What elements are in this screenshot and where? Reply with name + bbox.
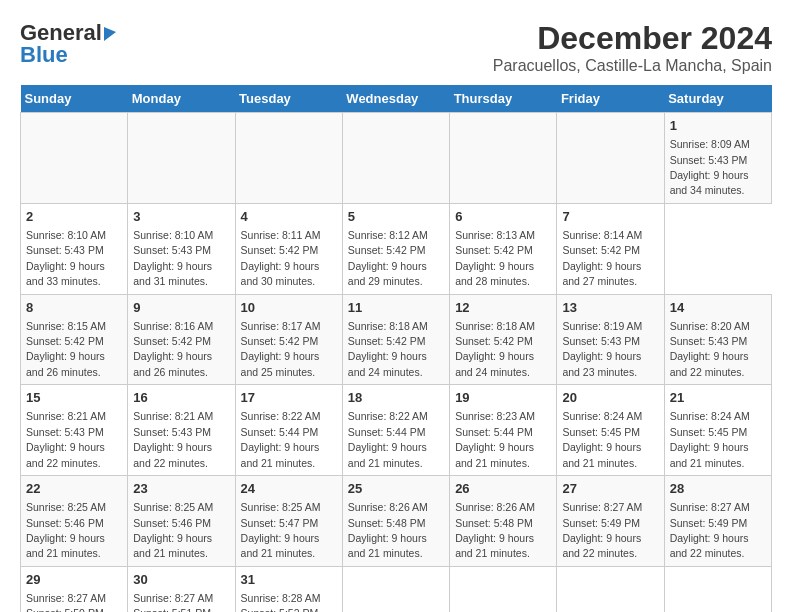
- day-number: 3: [133, 208, 229, 226]
- calendar-day-28: 28Sunrise: 8:27 AMSunset: 5:49 PMDayligh…: [664, 476, 771, 567]
- day-number: 28: [670, 480, 766, 498]
- calendar-day-15: 15Sunrise: 8:21 AMSunset: 5:43 PMDayligh…: [21, 385, 128, 476]
- calendar-header-row: SundayMondayTuesdayWednesdayThursdayFrid…: [21, 85, 772, 113]
- calendar-header-saturday: Saturday: [664, 85, 771, 113]
- day-number: 16: [133, 389, 229, 407]
- calendar-day-23: 23Sunrise: 8:25 AMSunset: 5:46 PMDayligh…: [128, 476, 235, 567]
- day-number: 4: [241, 208, 337, 226]
- day-number: 13: [562, 299, 658, 317]
- calendar-day-2: 2Sunrise: 8:10 AMSunset: 5:43 PMDaylight…: [21, 203, 128, 294]
- calendar-day-24: 24Sunrise: 8:25 AMSunset: 5:47 PMDayligh…: [235, 476, 342, 567]
- calendar-week-6: 29Sunrise: 8:27 AMSunset: 5:50 PMDayligh…: [21, 566, 772, 612]
- day-info: Sunrise: 8:24 AMSunset: 5:45 PMDaylight:…: [670, 410, 750, 468]
- day-info: Sunrise: 8:22 AMSunset: 5:44 PMDaylight:…: [348, 410, 428, 468]
- day-number: 15: [26, 389, 122, 407]
- day-number: 31: [241, 571, 337, 589]
- day-info: Sunrise: 8:25 AMSunset: 5:46 PMDaylight:…: [26, 501, 106, 559]
- day-info: Sunrise: 8:26 AMSunset: 5:48 PMDaylight:…: [455, 501, 535, 559]
- day-info: Sunrise: 8:26 AMSunset: 5:48 PMDaylight:…: [348, 501, 428, 559]
- calendar-day-29: 29Sunrise: 8:27 AMSunset: 5:50 PMDayligh…: [21, 566, 128, 612]
- day-info: Sunrise: 8:18 AMSunset: 5:42 PMDaylight:…: [348, 320, 428, 378]
- day-number: 18: [348, 389, 444, 407]
- day-number: 26: [455, 480, 551, 498]
- calendar-day-21: 21Sunrise: 8:24 AMSunset: 5:45 PMDayligh…: [664, 385, 771, 476]
- day-info: Sunrise: 8:25 AMSunset: 5:47 PMDaylight:…: [241, 501, 321, 559]
- day-info: Sunrise: 8:16 AMSunset: 5:42 PMDaylight:…: [133, 320, 213, 378]
- calendar-day-9: 9Sunrise: 8:16 AMSunset: 5:42 PMDaylight…: [128, 294, 235, 385]
- day-info: Sunrise: 8:27 AMSunset: 5:50 PMDaylight:…: [26, 592, 106, 612]
- day-info: Sunrise: 8:11 AMSunset: 5:42 PMDaylight:…: [241, 229, 321, 287]
- day-number: 9: [133, 299, 229, 317]
- calendar-day-11: 11Sunrise: 8:18 AMSunset: 5:42 PMDayligh…: [342, 294, 449, 385]
- day-number: 12: [455, 299, 551, 317]
- calendar-day-1: 1Sunrise: 8:09 AMSunset: 5:43 PMDaylight…: [664, 113, 771, 204]
- day-number: 7: [562, 208, 658, 226]
- logo-arrow-icon: [104, 25, 116, 41]
- calendar-day-27: 27Sunrise: 8:27 AMSunset: 5:49 PMDayligh…: [557, 476, 664, 567]
- day-info: Sunrise: 8:23 AMSunset: 5:44 PMDaylight:…: [455, 410, 535, 468]
- day-number: 6: [455, 208, 551, 226]
- day-info: Sunrise: 8:09 AMSunset: 5:43 PMDaylight:…: [670, 138, 750, 196]
- day-number: 30: [133, 571, 229, 589]
- day-info: Sunrise: 8:25 AMSunset: 5:46 PMDaylight:…: [133, 501, 213, 559]
- day-number: 2: [26, 208, 122, 226]
- title-section: December 2024 Paracuellos, Castille-La M…: [493, 20, 772, 75]
- month-title: December 2024: [493, 20, 772, 57]
- page-header: General Blue December 2024 Paracuellos, …: [20, 20, 772, 75]
- empty-cell: [342, 566, 449, 612]
- calendar-day-18: 18Sunrise: 8:22 AMSunset: 5:44 PMDayligh…: [342, 385, 449, 476]
- calendar-day-16: 16Sunrise: 8:21 AMSunset: 5:43 PMDayligh…: [128, 385, 235, 476]
- calendar-header-tuesday: Tuesday: [235, 85, 342, 113]
- day-number: 20: [562, 389, 658, 407]
- day-number: 29: [26, 571, 122, 589]
- day-number: 27: [562, 480, 658, 498]
- calendar-day-10: 10Sunrise: 8:17 AMSunset: 5:42 PMDayligh…: [235, 294, 342, 385]
- day-info: Sunrise: 8:18 AMSunset: 5:42 PMDaylight:…: [455, 320, 535, 378]
- calendar-week-3: 8Sunrise: 8:15 AMSunset: 5:42 PMDaylight…: [21, 294, 772, 385]
- day-info: Sunrise: 8:27 AMSunset: 5:51 PMDaylight:…: [133, 592, 213, 612]
- calendar-day-6: 6Sunrise: 8:13 AMSunset: 5:42 PMDaylight…: [450, 203, 557, 294]
- empty-cell: [235, 113, 342, 204]
- day-number: 24: [241, 480, 337, 498]
- calendar-day-14: 14Sunrise: 8:20 AMSunset: 5:43 PMDayligh…: [664, 294, 771, 385]
- calendar-day-19: 19Sunrise: 8:23 AMSunset: 5:44 PMDayligh…: [450, 385, 557, 476]
- day-info: Sunrise: 8:22 AMSunset: 5:44 PMDaylight:…: [241, 410, 321, 468]
- calendar-day-20: 20Sunrise: 8:24 AMSunset: 5:45 PMDayligh…: [557, 385, 664, 476]
- day-number: 8: [26, 299, 122, 317]
- calendar-day-4: 4Sunrise: 8:11 AMSunset: 5:42 PMDaylight…: [235, 203, 342, 294]
- calendar-day-17: 17Sunrise: 8:22 AMSunset: 5:44 PMDayligh…: [235, 385, 342, 476]
- day-info: Sunrise: 8:21 AMSunset: 5:43 PMDaylight:…: [26, 410, 106, 468]
- day-info: Sunrise: 8:21 AMSunset: 5:43 PMDaylight:…: [133, 410, 213, 468]
- day-info: Sunrise: 8:14 AMSunset: 5:42 PMDaylight:…: [562, 229, 642, 287]
- calendar-table: SundayMondayTuesdayWednesdayThursdayFrid…: [20, 85, 772, 612]
- day-info: Sunrise: 8:13 AMSunset: 5:42 PMDaylight:…: [455, 229, 535, 287]
- empty-cell: [557, 566, 664, 612]
- empty-cell: [21, 113, 128, 204]
- day-number: 23: [133, 480, 229, 498]
- empty-cell: [450, 566, 557, 612]
- day-info: Sunrise: 8:10 AMSunset: 5:43 PMDaylight:…: [26, 229, 106, 287]
- calendar-header-monday: Monday: [128, 85, 235, 113]
- calendar-day-22: 22Sunrise: 8:25 AMSunset: 5:46 PMDayligh…: [21, 476, 128, 567]
- calendar-day-30: 30Sunrise: 8:27 AMSunset: 5:51 PMDayligh…: [128, 566, 235, 612]
- calendar-header-wednesday: Wednesday: [342, 85, 449, 113]
- day-info: Sunrise: 8:12 AMSunset: 5:42 PMDaylight:…: [348, 229, 428, 287]
- day-number: 21: [670, 389, 766, 407]
- calendar-week-4: 15Sunrise: 8:21 AMSunset: 5:43 PMDayligh…: [21, 385, 772, 476]
- calendar-day-5: 5Sunrise: 8:12 AMSunset: 5:42 PMDaylight…: [342, 203, 449, 294]
- calendar-day-13: 13Sunrise: 8:19 AMSunset: 5:43 PMDayligh…: [557, 294, 664, 385]
- logo-blue-text: Blue: [20, 42, 68, 68]
- empty-cell: [342, 113, 449, 204]
- calendar-day-26: 26Sunrise: 8:26 AMSunset: 5:48 PMDayligh…: [450, 476, 557, 567]
- day-number: 11: [348, 299, 444, 317]
- location-subtitle: Paracuellos, Castille-La Mancha, Spain: [493, 57, 772, 75]
- calendar-header-sunday: Sunday: [21, 85, 128, 113]
- calendar-day-3: 3Sunrise: 8:10 AMSunset: 5:43 PMDaylight…: [128, 203, 235, 294]
- calendar-day-12: 12Sunrise: 8:18 AMSunset: 5:42 PMDayligh…: [450, 294, 557, 385]
- calendar-week-5: 22Sunrise: 8:25 AMSunset: 5:46 PMDayligh…: [21, 476, 772, 567]
- day-info: Sunrise: 8:17 AMSunset: 5:42 PMDaylight:…: [241, 320, 321, 378]
- day-number: 25: [348, 480, 444, 498]
- empty-cell: [128, 113, 235, 204]
- day-info: Sunrise: 8:28 AMSunset: 5:52 PMDaylight:…: [241, 592, 321, 612]
- day-info: Sunrise: 8:10 AMSunset: 5:43 PMDaylight:…: [133, 229, 213, 287]
